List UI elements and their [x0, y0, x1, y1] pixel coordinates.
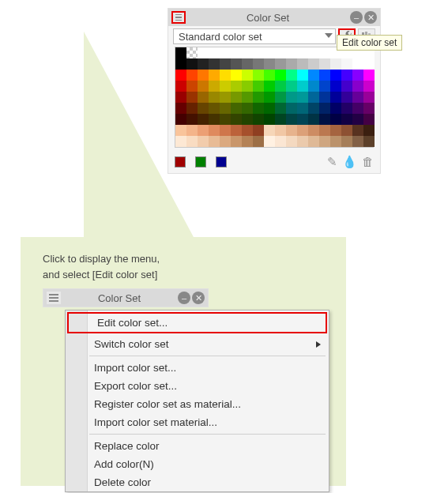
add-drop-icon[interactable]: 💧	[342, 155, 357, 169]
color-swatch[interactable]	[286, 125, 297, 136]
color-swatch[interactable]	[286, 136, 297, 147]
color-swatch[interactable]	[198, 125, 209, 136]
color-swatch[interactable]	[275, 92, 286, 103]
color-swatch[interactable]	[297, 125, 308, 136]
color-swatch[interactable]	[330, 58, 341, 70]
color-swatch[interactable]	[264, 81, 275, 92]
color-swatch[interactable]	[242, 81, 253, 92]
recent-color-chip[interactable]	[216, 156, 227, 167]
color-swatch[interactable]	[308, 92, 319, 103]
color-swatch[interactable]	[308, 136, 319, 147]
color-swatch[interactable]	[286, 47, 297, 58]
color-swatch[interactable]	[209, 47, 220, 58]
color-swatch[interactable]	[253, 58, 264, 70]
close-icon[interactable]: ✕	[192, 292, 205, 304]
color-swatch[interactable]	[319, 81, 330, 92]
color-swatch[interactable]	[242, 136, 253, 147]
color-swatch[interactable]	[275, 136, 286, 147]
color-swatch[interactable]	[341, 114, 352, 125]
color-swatch[interactable]	[253, 92, 264, 103]
close-icon[interactable]: ✕	[364, 11, 377, 24]
color-swatch[interactable]	[286, 114, 297, 125]
panel-menu-button[interactable]	[171, 11, 186, 24]
color-swatch[interactable]	[330, 114, 341, 125]
color-swatch[interactable]	[330, 125, 341, 136]
color-swatch[interactable]	[319, 58, 330, 70]
color-swatch[interactable]	[286, 81, 297, 92]
color-swatch[interactable]	[352, 70, 363, 81]
color-swatch[interactable]	[231, 125, 242, 136]
color-swatch[interactable]	[209, 92, 220, 103]
color-swatch[interactable]	[220, 103, 231, 114]
color-swatch[interactable]	[209, 103, 220, 114]
color-swatch[interactable]	[297, 58, 308, 70]
color-swatch[interactable]	[231, 47, 242, 58]
color-swatch[interactable]	[220, 92, 231, 103]
color-swatch[interactable]	[286, 103, 297, 114]
color-swatch[interactable]	[198, 103, 209, 114]
color-swatch[interactable]	[297, 81, 308, 92]
color-swatch[interactable]	[330, 92, 341, 103]
color-swatch[interactable]	[242, 125, 253, 136]
color-swatch[interactable]	[275, 81, 286, 92]
color-swatch[interactable]	[319, 114, 330, 125]
color-swatch[interactable]	[308, 47, 319, 58]
color-swatch[interactable]	[231, 58, 242, 70]
color-swatch[interactable]	[242, 103, 253, 114]
color-swatch[interactable]	[363, 136, 375, 147]
color-swatch[interactable]	[253, 47, 264, 58]
color-swatch[interactable]	[308, 70, 319, 81]
color-swatch[interactable]	[242, 70, 253, 81]
color-swatch[interactable]	[308, 58, 319, 70]
color-swatch[interactable]	[198, 47, 209, 58]
color-swatch[interactable]	[231, 81, 242, 92]
color-swatch[interactable]	[220, 58, 231, 70]
menu-item-import-color-set[interactable]: Import color set...	[66, 359, 329, 377]
color-swatch[interactable]	[253, 103, 264, 114]
color-swatch[interactable]	[231, 92, 242, 103]
color-swatch[interactable]	[275, 114, 286, 125]
color-swatch[interactable]	[231, 70, 242, 81]
color-swatch[interactable]	[198, 58, 209, 70]
color-swatch[interactable]	[198, 136, 209, 147]
minimize-icon[interactable]: –	[178, 292, 190, 304]
color-swatch[interactable]	[231, 136, 242, 147]
color-swatch[interactable]	[242, 58, 253, 70]
color-swatch[interactable]	[198, 81, 209, 92]
color-swatch-grid[interactable]	[175, 47, 374, 148]
color-swatch[interactable]	[319, 103, 330, 114]
color-swatch[interactable]	[275, 125, 286, 136]
color-swatch[interactable]	[264, 58, 275, 70]
color-swatch[interactable]	[275, 58, 286, 70]
color-swatch[interactable]	[253, 114, 264, 125]
color-swatch[interactable]	[352, 114, 363, 125]
menu-item-export-color-set[interactable]: Export color set...	[66, 377, 329, 395]
color-swatch[interactable]	[242, 114, 253, 125]
color-swatch[interactable]	[319, 70, 330, 81]
color-swatch[interactable]	[253, 81, 264, 92]
color-swatch[interactable]	[363, 114, 375, 125]
menu-item-import-material[interactable]: Import color set material...	[66, 413, 329, 431]
color-swatch[interactable]	[286, 70, 297, 81]
trash-icon[interactable]: 🗑	[362, 155, 374, 169]
color-swatch[interactable]	[352, 136, 363, 147]
color-swatch[interactable]	[352, 125, 363, 136]
color-swatch[interactable]	[264, 103, 275, 114]
color-swatch[interactable]	[308, 125, 319, 136]
color-swatch[interactable]	[264, 70, 275, 81]
color-swatch[interactable]	[242, 92, 253, 103]
color-swatch[interactable]	[363, 70, 375, 81]
color-swatch[interactable]	[220, 136, 231, 147]
color-swatch[interactable]	[341, 92, 352, 103]
menu-item-register-material[interactable]: Register color set as material...	[66, 395, 329, 413]
menu-item-delete-color[interactable]: Delete color	[66, 473, 329, 491]
color-swatch[interactable]	[242, 47, 253, 58]
menu-item-add-color[interactable]: Add color(N)	[66, 455, 329, 473]
color-swatch[interactable]	[363, 125, 375, 136]
color-swatch[interactable]	[286, 92, 297, 103]
color-swatch[interactable]	[308, 114, 319, 125]
color-swatch[interactable]	[231, 103, 242, 114]
color-swatch[interactable]	[209, 58, 220, 70]
color-swatch[interactable]	[363, 58, 375, 70]
color-swatch[interactable]	[330, 70, 341, 81]
